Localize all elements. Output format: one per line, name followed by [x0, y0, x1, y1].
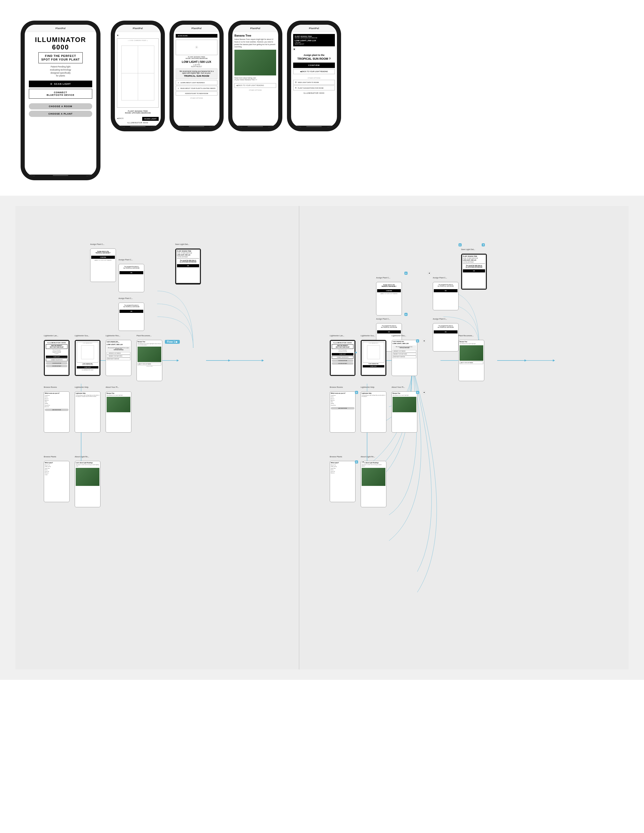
panel-divider	[299, 206, 299, 669]
save-icon: ⊙	[295, 81, 297, 84]
confirm-home-indicator	[291, 125, 337, 127]
t-label-browse-plants-right: Browse Plants	[330, 456, 342, 458]
main-screen-content: ILLUMINATOR 6000 FIND THE PERFECTSPOT FO…	[25, 32, 97, 175]
info-box-assign-right-x[interactable]: ✕	[428, 272, 431, 275]
info-box-about-light-x[interactable]: ✕	[361, 460, 364, 463]
choose-room-button[interactable]: CHOOSE A ROOM	[29, 103, 92, 109]
read-plant-label: READ ABOUT YOUR PLANT'S LIGHTING NEEDS	[180, 88, 215, 89]
lux-reading: LOW LIGHT | 500 LUX	[175, 60, 217, 63]
t-label-save-light-right: Save Light Dat...	[461, 248, 475, 250]
result-phone-screen: PlantPal SCAN AGAIN ☀ PLANT: BANANA TREE…	[174, 25, 219, 127]
learn-light-button[interactable]: ☼ LEARN ABOUT LIGHT READINGS	[175, 80, 217, 85]
plant-info-phone-screen: PlantPal Banana Tree Indoor Banana Trees…	[232, 25, 278, 127]
thumb-about-light-left: Learn about Light Readings The things to…	[75, 461, 100, 507]
scan-light-button-small[interactable]: SCAN LIGHT	[142, 117, 159, 121]
scan-icon: ⊙	[50, 83, 53, 85]
info-box-lm-res: D	[416, 339, 419, 343]
scan-again-button[interactable]: SCAN AGAIN	[175, 34, 217, 38]
close-icon[interactable]: ×	[117, 34, 119, 37]
assign-plant-button[interactable]: ASSIGN PLANT TO NEW ROOM	[175, 92, 217, 95]
plant-label-scan: PLANT: BANANA TREE	[128, 110, 148, 112]
info-box-bot-right: D	[355, 391, 358, 394]
connect-bluetooth-button[interactable]: CONNECTBLUETOOTH DEVICE	[29, 89, 92, 99]
flow-diagram-area: Flow 1 ▶	[16, 206, 628, 669]
t-label-plant-rec-right: Plant Recomme...	[459, 335, 473, 336]
result-plant-label: PLANT: BANANA TREE ROOM: UPSTAIRS BEDROO…	[175, 56, 217, 59]
scan-plant-info: PLANT: BANANA TREE ROOM: UPSTAIRS BEDROO…	[117, 110, 159, 114]
thumb-lm-scan-left: « LIVE CAMERA FEED » PLANT: BANANA TREE …	[75, 340, 100, 376]
back-button-scan[interactable]: ◀ BACK	[117, 117, 124, 119]
plant-description: Indoor Banana Trees require bright light…	[234, 38, 276, 48]
thumb-save-light-left: PLANT: BANANA TREE ROOM: UPSTAIRS BATHRO…	[175, 248, 201, 285]
rec-room-name: TROPICAL SUN ROOM	[177, 75, 216, 77]
product-logo: ILLUMINATOR 6000	[29, 36, 92, 51]
bluetooth-label: CONNECTBLUETOOTH DEVICE	[47, 91, 74, 96]
thumb-about-plant-left: Banana Tree Indoor Banana Trees require …	[106, 391, 131, 433]
thumb-lm-help-left: Lightmeter Help Understanding your light…	[75, 391, 100, 433]
read-more-link[interactable]: Read more about taking careof your indoo…	[234, 77, 276, 80]
plant-info-home-bar	[248, 126, 263, 127]
thumb-plant-rec-right: Banana Tree Indoor Banana Trees require …	[459, 340, 484, 381]
info-icon-learn: ☼	[177, 81, 179, 84]
t-label-assign2-right: Assign Plant C...	[433, 277, 447, 278]
thumb-lm-help-right: Lightmeter Help Understanding your light…	[361, 391, 386, 433]
illuminator-brand-scan: ILLUMINATOR 6000	[117, 122, 159, 124]
result-home-bar	[189, 126, 204, 127]
plant-info-app-name: PlantPal	[250, 27, 261, 30]
t-label-assign2-left: Assign Plant C...	[119, 259, 133, 261]
info-box-lm-res-x[interactable]: ✕	[422, 339, 425, 343]
info-box-assign-right: D	[404, 272, 407, 275]
t-label-assign3-left: Assign Plant C...	[119, 298, 133, 299]
tagline-subtext: Patent-Pending lightevaluating technolog…	[50, 65, 71, 78]
dismiss-x-icon[interactable]: ✕	[293, 48, 295, 51]
t-label-browse-plants-left: Browse Plants	[44, 456, 56, 458]
info-box-about-plant-x[interactable]: ✕	[422, 391, 425, 394]
thumb-about-plant-right: Banana Tree Indoor Banana Trees require …	[391, 391, 417, 433]
back-light-label: ◀ BACK TO YOUR LIGHT READING	[236, 84, 264, 86]
scan-light-button[interactable]: ⊙ SCAN LIGHT	[29, 80, 92, 87]
confirm-home-bar	[306, 126, 322, 127]
rec-intro-text: We recommend moving your banana tree to …	[177, 70, 216, 74]
scan-home-bar	[130, 126, 145, 127]
t-label-lm-help-right: Lightmeter Help	[361, 386, 374, 388]
small-phones-row: PlantPal × « LIVE CAMERA FEED » PLANT: B…	[111, 21, 623, 131]
scan-light-label: SCAN LIGHT	[54, 83, 71, 85]
t-label-lm-res-left: Lightmeter Res...	[106, 335, 120, 336]
choose-plant-button[interactable]: CHOOSE A PLANT	[29, 111, 92, 117]
save-light-data-button[interactable]: ⊙ SAVE LIGHT DATA TO ROOM	[293, 80, 335, 85]
thumb-lm-result-left: PLANT: BANANA TREE ROOM: UPSTAIRS BEDROO…	[106, 340, 131, 376]
thumb-about-light-right: Learn about Light Readings The things to…	[361, 461, 386, 507]
read-plant-button[interactable]: ☼ READ ABOUT YOUR PLANT'S LIGHTING NEEDS	[175, 86, 217, 91]
t-label-browse-rooms-left: Browse Rooms	[44, 386, 57, 388]
t-label-assign1-right: Assign Plant C...	[376, 277, 390, 278]
result-app-name: PlantPal	[192, 27, 202, 30]
save-light-label: SAVE LIGHT DATA TO ROOM	[298, 82, 319, 83]
light-bulb-icon: ☀	[195, 45, 199, 50]
home-bar	[53, 175, 68, 176]
thumb-browse-rooms-right: Which room are you in? Living RoomKitche…	[330, 391, 356, 433]
info-box-save-right-x[interactable]: ✕	[482, 243, 485, 246]
t-label-browse-rooms-right: Browse Rooms	[330, 386, 343, 388]
scan-phone-frame: PlantPal × « LIVE CAMERA FEED » PLANT: B…	[111, 21, 165, 131]
time-direction: 1:30 PM NORTHEAST	[175, 64, 217, 68]
status-bar: PlantPal	[25, 25, 97, 32]
t-label-about-light-right: About Light Re...	[361, 456, 375, 458]
back-to-light-button[interactable]: ◀ BACK TO YOUR LIGHT READING	[234, 83, 276, 88]
thumb-assign4-right: You assigned the plant tothe TROPICAL SU…	[433, 323, 459, 352]
info-box-about-plant: D	[416, 391, 419, 394]
back-light-reading-button[interactable]: ◀ BACK TO YOUR LIGHT READING	[293, 69, 335, 74]
confirm-button[interactable]: CONFIRM	[293, 63, 335, 68]
t-label-save-light-left: Save Light Dat...	[175, 243, 189, 245]
camera-crosshair	[121, 45, 154, 101]
t-label-about-plant-right: About Your Pl...	[391, 386, 405, 388]
t-label-assign3-right: Assign Plant C...	[376, 318, 390, 320]
plant-suggestions-button[interactable]: ❧ PLANT SUGGESTIONS FOR ROOM	[293, 85, 335, 90]
confirm-phone-frame: PlantPal PLANT: BANANA TREE ROOM: UPSTAI…	[287, 21, 341, 131]
back-scan-row: ◀ BACK SCAN LIGHT	[117, 116, 159, 121]
camera-label: « LIVE CAMERA FEED »	[128, 40, 148, 41]
t-label-plant-rec-left: Plant Recomme...	[137, 335, 151, 336]
plant-other-options: OTHER OPTIONS	[234, 89, 276, 91]
save-light-content: PLANT: BANANA TREE ROOM: UPSTAIRS BATHRO…	[175, 249, 201, 284]
app-name-bar: PlantPal	[55, 27, 66, 30]
result-room-name: ROOM: UPSTAIRS BEDROOM	[185, 58, 208, 59]
